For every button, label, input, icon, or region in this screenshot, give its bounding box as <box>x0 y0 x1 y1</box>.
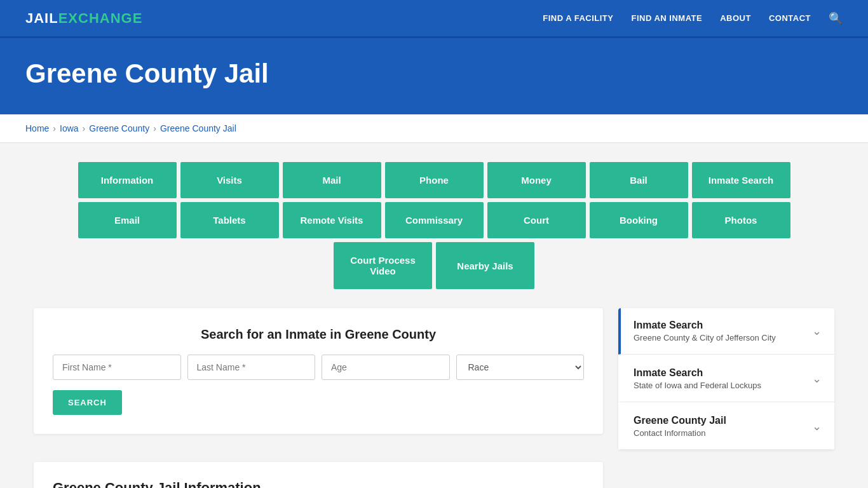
main-content: Information Visits Mail Phone Money Bail… <box>21 143 847 488</box>
sidebar-item-0-subtitle: Greene County & City of Jefferson City <box>634 333 776 342</box>
breadcrumb-home[interactable]: Home <box>25 123 49 133</box>
btn-inmate-search[interactable]: Inmate Search <box>692 162 790 198</box>
chevron-down-icon-2: ⌄ <box>812 419 822 433</box>
search-button[interactable]: SEARCH <box>53 390 122 415</box>
breadcrumb-state[interactable]: Iowa <box>60 123 79 133</box>
btn-nearby-jails[interactable]: Nearby Jails <box>436 242 534 289</box>
btn-email[interactable]: Email <box>78 202 177 238</box>
button-row-3: Court Process Video Nearby Jails <box>334 242 534 289</box>
first-name-input[interactable] <box>53 355 181 380</box>
nav-links: FIND A FACILITY FIND AN INMATE ABOUT CON… <box>543 11 843 25</box>
sidebar-item-0[interactable]: Inmate Search Greene County & City of Je… <box>618 308 834 355</box>
last-name-input[interactable] <box>187 355 316 380</box>
sidebar-item-1-title: Inmate Search <box>634 367 761 379</box>
btn-tablets[interactable]: Tablets <box>180 202 279 238</box>
sidebar-item-2-title: Greene County Jail <box>634 415 726 426</box>
chevron-down-icon-1: ⌄ <box>812 372 822 386</box>
info-heading: Greene County Jail Information <box>53 480 584 488</box>
sidebar-item-0-title: Inmate Search <box>634 320 776 331</box>
breadcrumb-sep-1: › <box>53 123 56 133</box>
sidebar-item-2-subtitle: Contact Information <box>634 428 726 438</box>
search-panel: Search for an Inmate in Greene County Ra… <box>34 308 603 434</box>
search-icon[interactable]: 🔍 <box>829 11 843 25</box>
button-row-1: Information Visits Mail Phone Money Bail… <box>78 162 790 198</box>
sidebar-item-1[interactable]: Inmate Search State of Iowa and Federal … <box>618 356 834 402</box>
search-title: Search for an Inmate in Greene County <box>53 327 584 342</box>
race-select[interactable]: Race White Black Hispanic Asian Other <box>456 355 585 380</box>
two-column-layout: Search for an Inmate in Greene County Ra… <box>34 308 834 488</box>
logo-part1: JAIL <box>25 10 58 26</box>
info-section: Greene County Jail Information <box>34 462 603 488</box>
btn-photos[interactable]: Photos <box>692 202 790 238</box>
btn-court-process-video[interactable]: Court Process Video <box>334 242 432 289</box>
button-row-2: Email Tablets Remote Visits Commissary C… <box>78 202 790 238</box>
sidebar-item-2[interactable]: Greene County Jail Contact Information ⌄ <box>618 403 834 450</box>
sidebar-item-1-subtitle: State of Iowa and Federal Lockups <box>634 381 761 390</box>
breadcrumb-sep-2: › <box>83 123 86 133</box>
breadcrumb-county[interactable]: Greene County <box>89 123 149 133</box>
nav-about[interactable]: ABOUT <box>720 13 751 23</box>
page-title: Greene County Jail <box>25 58 843 89</box>
btn-phone[interactable]: Phone <box>385 162 484 198</box>
btn-court[interactable]: Court <box>487 202 586 238</box>
breadcrumb: Home › Iowa › Greene County › Greene Cou… <box>0 114 868 143</box>
logo-part2: EXCHANGE <box>58 10 143 26</box>
btn-information[interactable]: Information <box>78 162 177 198</box>
btn-money[interactable]: Money <box>487 162 586 198</box>
chevron-down-icon-0: ⌄ <box>812 324 822 338</box>
btn-booking[interactable]: Booking <box>590 202 688 238</box>
sidebar: Inmate Search Greene County & City of Je… <box>618 308 834 450</box>
category-button-grid: Information Visits Mail Phone Money Bail… <box>34 162 834 289</box>
btn-bail[interactable]: Bail <box>590 162 688 198</box>
breadcrumb-current: Greene County Jail <box>160 123 236 133</box>
breadcrumb-sep-3: › <box>153 123 156 133</box>
search-fields: Race White Black Hispanic Asian Other <box>53 355 584 380</box>
btn-remote-visits[interactable]: Remote Visits <box>283 202 381 238</box>
nav-find-inmate[interactable]: FIND AN INMATE <box>631 13 702 23</box>
btn-visits[interactable]: Visits <box>180 162 279 198</box>
age-input[interactable] <box>322 355 450 380</box>
hero-section: Greene County Jail <box>0 38 868 114</box>
btn-commissary[interactable]: Commissary <box>385 202 484 238</box>
btn-mail[interactable]: Mail <box>283 162 381 198</box>
nav-find-facility[interactable]: FIND A FACILITY <box>543 13 613 23</box>
nav-contact[interactable]: CONTACT <box>769 13 811 23</box>
site-logo[interactable]: JAILEXCHANGE <box>25 10 142 27</box>
navbar: JAILEXCHANGE FIND A FACILITY FIND AN INM… <box>0 0 868 38</box>
